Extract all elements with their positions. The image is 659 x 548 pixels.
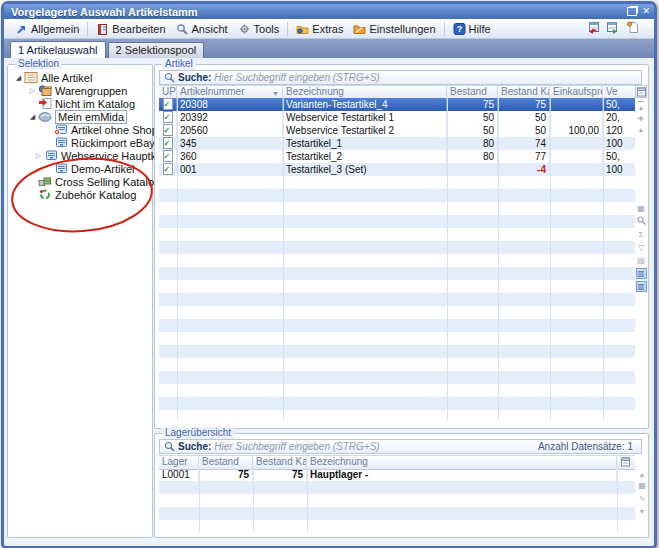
- expanded-icon[interactable]: ◢: [13, 71, 24, 84]
- column-chooser-button[interactable]: [635, 85, 647, 98]
- menu-label: Extras: [312, 23, 343, 35]
- folder-extras-icon: [296, 23, 309, 35]
- tree-item-zubehoer-katalog[interactable]: Zubehör Katalog: [8, 188, 152, 201]
- empty-rows-area: [159, 176, 635, 420]
- folder-settings-icon: [353, 23, 366, 35]
- layout-icon[interactable]: ▤: [636, 255, 647, 266]
- table-row[interactable]: 345 Testartikel_1 80 74 100: [159, 137, 635, 150]
- tree-label: Nicht im Katalog: [55, 98, 135, 110]
- chart-icon[interactable]: ∿: [637, 493, 648, 504]
- menu-einstellungen[interactable]: Einstellungen: [348, 22, 440, 36]
- zoom-icon[interactable]: [636, 216, 647, 227]
- cell-bestand: 80: [447, 137, 498, 150]
- cell-bestand: 75: [447, 98, 498, 111]
- collapsed-icon[interactable]: ▷: [27, 84, 38, 97]
- not-in-catalog-icon: [38, 98, 52, 109]
- tree-item-demo-artikel[interactable]: Demo-Artikel: [8, 162, 152, 175]
- screenshot-canvas: Vorgelagerte Auswahl Artikelstamm ✕ Allg…: [0, 0, 659, 548]
- tree-item-artikel-ohne-shop-kategorie[interactable]: Artikel ohne Shop-Kategorie: [8, 123, 152, 136]
- cell-bestand: 50: [447, 124, 498, 137]
- tab-artikelauswahl[interactable]: 1 Artikelauswahl: [10, 41, 106, 58]
- tree-label: Demo-Artikel: [71, 163, 135, 175]
- product-groups-icon: [38, 85, 52, 96]
- plus-icon[interactable]: ✚: [638, 113, 644, 124]
- table-import-icon[interactable]: [586, 21, 600, 34]
- tree-item-warengruppen[interactable]: ▷ Warengruppen: [8, 84, 152, 97]
- scroll-down-icon[interactable]: ▼: [639, 506, 646, 517]
- scroll-top-icon[interactable]: ▲: [638, 101, 645, 113]
- filter-icon[interactable]: ▽: [636, 242, 647, 253]
- menu-label: Tools: [254, 23, 280, 35]
- view-mode-icon-active[interactable]: ▥: [636, 268, 647, 279]
- cell-einkaufspreis: [550, 111, 603, 124]
- sum-icon[interactable]: Σ: [636, 229, 647, 240]
- expanded-icon[interactable]: ◢: [27, 110, 38, 123]
- scroll-up-icon[interactable]: ▲: [638, 124, 645, 135]
- grid-view-icon[interactable]: ▦: [636, 203, 647, 214]
- search-icon: [164, 441, 175, 452]
- table-row[interactable]: L0001 75 75 Hauptlager -: [159, 468, 635, 481]
- close-button[interactable]: ✕: [642, 5, 650, 18]
- article-ok-icon: [163, 150, 173, 162]
- menu-bearbeiten[interactable]: Bearbeiten: [91, 22, 170, 36]
- menu-allgemein[interactable]: Allgemein: [10, 22, 84, 36]
- menu-label: Allgemein: [31, 23, 79, 35]
- restore-button[interactable]: [627, 4, 637, 20]
- menu-hilfe[interactable]: ? Hilfe: [448, 22, 496, 36]
- new-document-icon[interactable]: [626, 21, 640, 34]
- tree-label: Warengruppen: [55, 85, 127, 97]
- lager-panel: Lagerübersicht Suche: Hier Suchbegriff e…: [154, 433, 649, 538]
- grid-scroll-controls: ▲ ✚ ▲: [635, 101, 647, 135]
- cell-bezeichnung: Testartikel_1: [283, 137, 447, 150]
- row-status-cell: [159, 150, 177, 163]
- tree-item-cross-selling-katalog[interactable]: Cross Selling Katalog: [8, 175, 152, 188]
- cell-einkaufspreis: [550, 98, 603, 111]
- cell-bestand-kalk: 50: [498, 111, 550, 124]
- artikel-panel: Artikel Suche: Hier Suchbegriff eingeben…: [154, 64, 649, 429]
- cell-artikelnummer: 20308: [177, 98, 283, 111]
- menu-tools[interactable]: Tools: [233, 22, 285, 36]
- lager-grid-body: L0001 75 75 Hauptlager -: [159, 468, 635, 481]
- table-row[interactable]: 001 Testartikel_3 (Set) -4 100: [159, 163, 635, 176]
- app-window: Vorgelagerte Auswahl Artikelstamm ✕ Allg…: [1, 1, 657, 548]
- tree-label: Alle Artikel: [41, 72, 92, 84]
- cell-ve: 50,: [603, 150, 635, 163]
- help-icon: ?: [453, 23, 466, 35]
- cell-bestand-kalk: 75: [498, 98, 550, 111]
- artikel-panel-label: Artikel: [162, 58, 196, 70]
- collapsed-icon[interactable]: ▷: [33, 149, 44, 162]
- cell-ve: 100: [603, 163, 635, 176]
- table-export-icon[interactable]: [606, 21, 620, 34]
- search-placeholder: Hier Suchbegriff eingeben (STRG+S): [214, 72, 379, 83]
- tree-item-mein-emmida[interactable]: ◢ Mein emMida: [8, 110, 152, 123]
- menu-extras[interactable]: Extras: [291, 22, 348, 36]
- menu-separator: [287, 22, 288, 36]
- artikel-search-bar[interactable]: Suche: Hier Suchbegriff eingeben (STRG+S…: [159, 70, 642, 85]
- record-count: Anzahl Datensätze: 1: [538, 441, 637, 452]
- lager-search-bar[interactable]: Suche: Hier Suchbegriff eingeben (STRG+S…: [159, 439, 642, 454]
- cell-bezeichnung: Hauptlager -: [307, 468, 617, 481]
- table-row[interactable]: 20392 Webservice Testartikel 1 50 50 20,: [159, 111, 635, 124]
- cell-bezeichnung: Testartikel_2: [283, 150, 447, 163]
- table-row[interactable]: 20560 Webservice Testartikel 2 50 50 100…: [159, 124, 635, 137]
- tab-selektionspool[interactable]: 2 Selektionspool: [108, 42, 205, 58]
- tree-item-nicht-im-katalog[interactable]: Nicht im Katalog: [8, 97, 152, 110]
- cell-spacer: [617, 468, 635, 481]
- menu-ansicht[interactable]: Ansicht: [171, 22, 233, 36]
- tree-label-selected: Mein emMida: [55, 110, 127, 124]
- lager-panel-label: Lagerübersicht: [162, 427, 234, 439]
- cell-artikelnummer: 20560: [177, 124, 283, 137]
- row-status-cell: [159, 124, 177, 137]
- window-title: Vorgelagerte Auswahl Artikelstamm: [4, 6, 198, 18]
- scroll-up-icon[interactable]: ▲: [639, 469, 646, 480]
- table-row[interactable]: 360 Testartikel_2 80 77 50,: [159, 150, 635, 163]
- tree-item-rueckimport-ebay[interactable]: Rückimport eBay: [8, 136, 152, 149]
- artikel-grid-body: 20308 Varianten-Testartikel_4 75 75 50, …: [159, 98, 635, 176]
- tree-item-webservice-hauptkategorie[interactable]: ▷ Webservice Hauptkategorie: [8, 149, 152, 162]
- table-row-selected[interactable]: 20308 Varianten-Testartikel_4 75 75 50,: [159, 98, 635, 111]
- search-placeholder: Hier Suchbegriff eingeben (STRG+S): [214, 441, 379, 452]
- tree-item-alle-artikel[interactable]: ◢ Alle Artikel: [8, 71, 152, 84]
- grid-view-icon[interactable]: ▦: [637, 480, 648, 491]
- view-mode-icon-active[interactable]: ▥: [636, 281, 647, 292]
- lager-side-toolbar: ▲ ▦ ∿ ▼: [636, 469, 648, 517]
